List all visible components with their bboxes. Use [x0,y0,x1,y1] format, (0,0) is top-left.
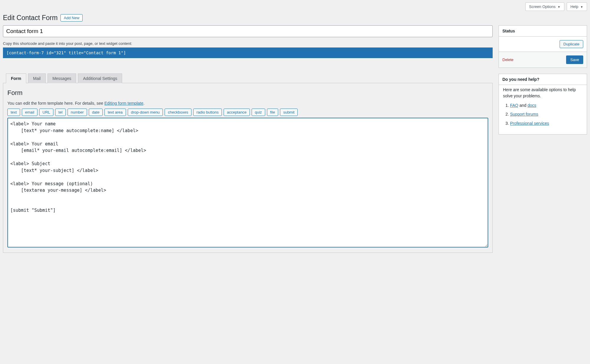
tag-generator-row: text email URL tel number date text area… [7,109,488,116]
add-new-button[interactable]: Add New [60,14,83,22]
delete-link[interactable]: Delete [502,58,514,62]
tag-radio-button[interactable]: radio buttons [193,109,222,116]
screen-options-button[interactable]: Screen Options ▼ [525,2,564,11]
tag-textarea-button[interactable]: text area [104,109,126,116]
help-item-faq-docs: FAQ and docs [510,102,583,109]
form-panel: Form You can edit the form template here… [3,83,493,253]
form-template-textarea[interactable] [7,118,488,247]
status-box: Status Duplicate Delete Save [499,25,587,68]
page-title: Edit Contact Form [3,14,58,22]
tag-checkboxes-button[interactable]: checkboxes [165,109,191,116]
shortcode-display[interactable]: [contact-form-7 id="321" title="Contact … [3,47,493,58]
professional-services-link[interactable]: Professional services [510,121,549,126]
help-item-professional: Professional services [510,120,583,127]
tag-tel-button[interactable]: tel [55,109,66,116]
editing-template-link[interactable]: Editing form template [104,101,143,106]
editor-tabs: Form Mail Messages Additional Settings [3,73,493,83]
tag-text-button[interactable]: text [7,109,20,116]
tag-submit-button[interactable]: submit [280,109,298,116]
faq-link[interactable]: FAQ [510,103,518,108]
form-title-input[interactable] [3,25,493,37]
help-intro: Here are some available options to help … [503,87,583,99]
shortcode-help-text: Copy this shortcode and paste it into yo… [3,41,493,46]
tag-acceptance-button[interactable]: acceptance [224,109,250,116]
tag-email-button[interactable]: email [22,109,37,116]
status-box-title: Status [499,26,587,37]
duplicate-button[interactable]: Duplicate [560,40,583,48]
form-panel-description: You can edit the form template here. For… [7,101,488,106]
save-button[interactable]: Save [566,55,583,64]
screen-options-label: Screen Options [529,4,556,9]
tab-additional-settings[interactable]: Additional Settings [78,73,122,83]
help-label: Help [571,4,578,9]
help-box-title: Do you need help? [499,74,587,85]
help-box: Do you need help? Here are some availabl… [499,74,587,135]
support-forums-link[interactable]: Support forums [510,112,538,117]
help-item-support: Support forums [510,111,583,117]
tab-messages[interactable]: Messages [47,73,76,83]
tag-url-button[interactable]: URL [39,109,53,116]
tag-quiz-button[interactable]: quiz [252,109,265,116]
form-panel-heading: Form [7,89,488,97]
docs-link[interactable]: docs [527,103,536,108]
tag-file-button[interactable]: file [267,109,278,116]
chevron-down-icon: ▼ [580,5,583,9]
chevron-down-icon: ▼ [558,5,560,9]
tag-dropdown-button[interactable]: drop-down menu [128,109,163,116]
help-button[interactable]: Help ▼ [567,2,587,11]
tag-number-button[interactable]: number [68,109,87,116]
tab-form[interactable]: Form [6,73,26,83]
tab-mail[interactable]: Mail [28,73,46,83]
tag-date-button[interactable]: date [89,109,103,116]
